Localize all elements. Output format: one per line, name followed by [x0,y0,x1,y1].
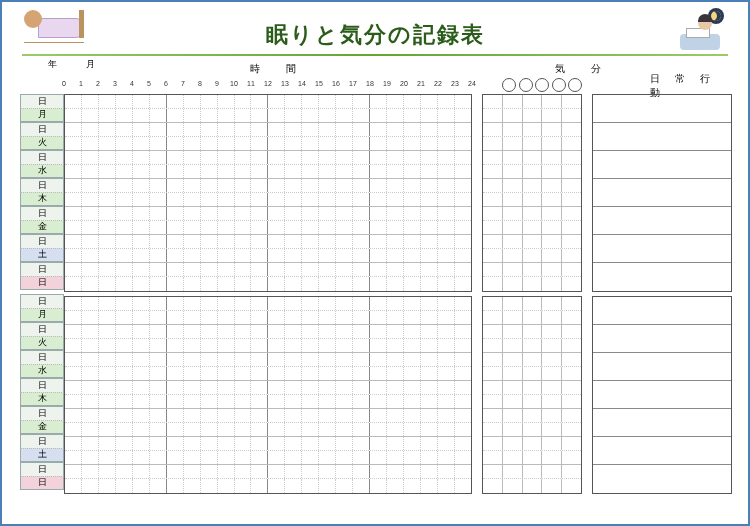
activity-row [593,235,731,263]
time-row [65,249,471,263]
time-row [65,325,471,339]
mood-face-icon [535,78,549,92]
day-label-pair: 日土 [20,234,64,262]
year-month-label: 年 月 [48,58,105,71]
mood-row [483,263,581,277]
mood-row [483,221,581,235]
mood-row [483,381,581,395]
mood-row [483,179,581,193]
day-label-pair: 日月 [20,94,64,122]
hour-tick: 14 [298,80,306,87]
mood-row [483,325,581,339]
mood-row [483,339,581,353]
time-row [65,165,471,179]
illustration-sleeping [24,8,84,48]
hour-tick: 21 [417,80,425,87]
time-row [65,367,471,381]
hour-tick: 4 [130,80,134,87]
top-labels: 年 月 時 間 気 分 日 常 行 動 [20,58,730,80]
activity-grid [592,94,732,494]
time-row [65,151,471,165]
mood-row [483,409,581,423]
time-row [65,437,471,451]
mood-row [483,123,581,137]
activity-row [593,353,731,381]
hour-tick: 15 [315,80,323,87]
day-label-pair: 日火 [20,322,64,350]
time-row [65,409,471,423]
mood-face-row [502,78,582,92]
mood-row [483,277,581,291]
time-heading: 時 間 [250,62,304,76]
mood-row [483,451,581,465]
hour-tick: 19 [383,80,391,87]
time-row [65,193,471,207]
activity-row [593,207,731,235]
hour-tick: 10 [230,80,238,87]
day-label-pair: 日日 [20,462,64,490]
mood-row [483,367,581,381]
grid-wrap: 日月日火日水日木日金日土日日日月日火日水日木日金日土日日 [20,94,730,514]
mood-heading: 気 分 [555,62,609,76]
day-label-pair: 日水 [20,350,64,378]
activity-row [593,263,731,291]
time-row [65,109,471,123]
time-row [65,381,471,395]
mood-grid [482,94,582,494]
hour-tick: 7 [181,80,185,87]
hour-tick: 13 [281,80,289,87]
activity-row [593,325,731,353]
page-title: 眠りと気分の記録表 [2,20,748,50]
hour-tick: 8 [198,80,202,87]
mood-row [483,137,581,151]
day-column: 日月日火日水日木日金日土日日日月日火日水日木日金日土日日 [20,94,64,490]
header: 眠りと気分の記録表 [2,2,748,54]
mood-row [483,193,581,207]
hour-tick: 20 [400,80,408,87]
time-row [65,339,471,353]
mood-row [483,249,581,263]
activity-row [593,381,731,409]
hour-axis: 0123456789101112131415161718192021222324 [64,80,472,92]
time-row [65,123,471,137]
mood-row [483,353,581,367]
time-row [65,235,471,249]
time-row [65,465,471,479]
mood-row [483,395,581,409]
time-grid [64,94,472,494]
day-label-pair: 日金 [20,206,64,234]
mood-face-icon [519,78,533,92]
day-label-pair: 日水 [20,150,64,178]
mood-face-icon [502,78,516,92]
day-label-pair: 日金 [20,406,64,434]
mood-row [483,465,581,479]
illustration-reading-moon [680,8,726,50]
activity-row [593,465,731,493]
hour-tick: 2 [96,80,100,87]
mood-face-icon [552,78,566,92]
mood-row [483,423,581,437]
day-label-pair: 日木 [20,178,64,206]
hour-tick: 1 [79,80,83,87]
hour-tick: 23 [451,80,459,87]
time-row [65,263,471,277]
hour-tick: 5 [147,80,151,87]
time-row [65,311,471,325]
day-label-pair: 日日 [20,262,64,290]
mood-row [483,95,581,109]
time-row [65,353,471,367]
activity-row [593,123,731,151]
time-row [65,479,471,493]
mood-row [483,311,581,325]
hour-tick: 12 [264,80,272,87]
hour-tick: 11 [247,80,255,87]
hour-tick: 0 [62,80,66,87]
activity-row [593,179,731,207]
time-row [65,423,471,437]
time-row [65,137,471,151]
time-row [65,207,471,221]
mood-row [483,109,581,123]
activity-row [593,409,731,437]
day-label-pair: 日土 [20,434,64,462]
mood-row [483,165,581,179]
